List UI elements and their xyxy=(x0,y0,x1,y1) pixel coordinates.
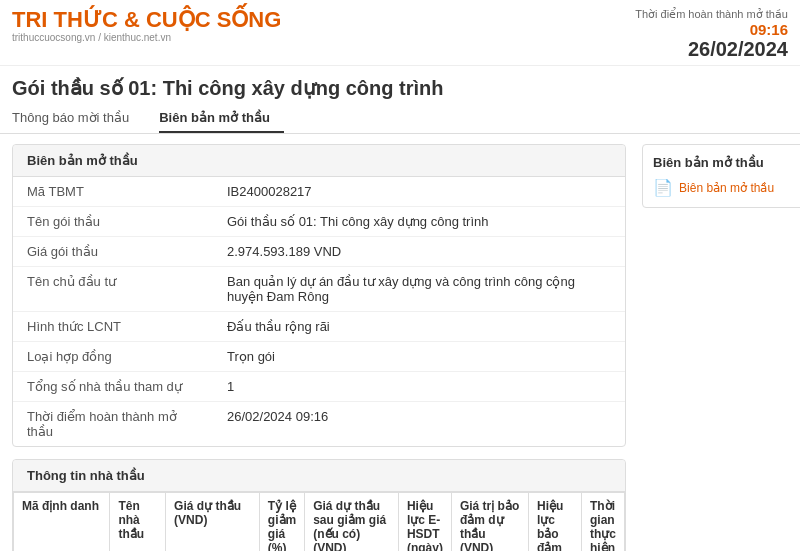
info-row: Tổng số nhà thầu tham dự 1 xyxy=(13,372,625,402)
info-label: Mã TBMT xyxy=(13,177,213,207)
info-row: Hình thức LCNT Đấu thầu rộng rãi xyxy=(13,312,625,342)
bbmt-link[interactable]: Biên bản mở thầu xyxy=(679,181,798,195)
info-label: Giá gói thầu xyxy=(13,237,213,267)
contractor-col-header: Tên nhà thầu xyxy=(110,493,166,552)
info-section: Biên bản mở thầu Mã TBMT IB2400028217 Tê… xyxy=(12,144,626,447)
right-panel: Biên bản mở thầu 📄 Biên bản mở thầu ↓ xyxy=(642,144,800,551)
page-title: Gói thầu số 01: Thi công xây dựng công t… xyxy=(0,66,800,104)
info-row: Giá gói thầu 2.974.593.189 VND xyxy=(13,237,625,267)
bbmt-box-title: Biên bản mở thầu xyxy=(653,155,800,170)
contractor-col-header: Giá dự thầu sau giảm giá (nếu có) (VND) xyxy=(305,493,399,552)
contractor-col-header: Tỷ lệ giảm giá (%) xyxy=(259,493,304,552)
contractor-col-header: Giá trị bảo đảm dự thầu (VND) xyxy=(451,493,528,552)
time-label: Thời điểm hoàn thành mở thầu xyxy=(608,8,788,21)
bbmt-file: 📄 Biên bản mở thầu ↓ xyxy=(653,178,800,197)
logo-text1: TRI THỨC xyxy=(12,7,118,32)
info-row: Mã TBMT IB2400028217 xyxy=(13,177,625,207)
contractor-col-header: Thời gian thực hiện gói thầu xyxy=(582,493,625,552)
date-value: 26/02/2024 xyxy=(608,38,788,61)
info-row: Tên chủ đầu tư Ban quản lý dự án đầu tư … xyxy=(13,267,625,312)
info-value: Ban quản lý dự án đầu tư xây dựng và côn… xyxy=(213,267,625,312)
logo-area: TRI THỨC & CUỘC SỐNG trithuccuocsong.vn … xyxy=(12,8,608,43)
info-value: IB2400028217 xyxy=(213,177,625,207)
pdf-icon: 📄 xyxy=(653,178,673,197)
contractor-table: Mã định danhTên nhà thầuGiá dự thầu (VND… xyxy=(13,492,625,551)
logo-ampersand: & xyxy=(124,7,146,32)
info-table: Mã TBMT IB2400028217 Tên gói thầu Gói th… xyxy=(13,177,625,446)
tabs: Thông báo mời thầu Biên bản mở thầu xyxy=(0,104,800,134)
contractor-col-header: Giá dự thầu (VND) xyxy=(166,493,260,552)
info-value: Gói thầu số 01: Thi công xây dựng công t… xyxy=(213,207,625,237)
header-right: Thời điểm hoàn thành mở thầu 09:16 26/02… xyxy=(608,8,788,61)
info-label: Hình thức LCNT xyxy=(13,312,213,342)
contractor-section-title: Thông tin nhà thầu xyxy=(13,460,625,492)
contractor-section: Thông tin nhà thầu Mã định danhTên nhà t… xyxy=(12,459,626,551)
info-section-title: Biên bản mở thầu xyxy=(13,145,625,177)
logo-subtitle: trithuccuocsong.vn / kienthuc.net.vn xyxy=(12,32,608,43)
logo-title: TRI THỨC & CUỘC SỐNG xyxy=(12,8,608,32)
contractor-col-header: Hiệu lực bảo đảm dự thầu (ngày) xyxy=(529,493,582,552)
info-label: Tổng số nhà thầu tham dự xyxy=(13,372,213,402)
info-value: 1 xyxy=(213,372,625,402)
info-value: 2.974.593.189 VND xyxy=(213,237,625,267)
logo-text2: CUỘC SỐNG xyxy=(146,7,281,32)
info-value: Trọn gói xyxy=(213,342,625,372)
info-label: Thời điểm hoàn thành mở thầu xyxy=(13,402,213,447)
time-value: 09:16 xyxy=(608,21,788,38)
left-panel: Biên bản mở thầu Mã TBMT IB2400028217 Tê… xyxy=(12,144,626,551)
info-label: Tên chủ đầu tư xyxy=(13,267,213,312)
main-content: Biên bản mở thầu Mã TBMT IB2400028217 Tê… xyxy=(0,144,800,551)
info-value: Đấu thầu rộng rãi xyxy=(213,312,625,342)
info-row: Loại hợp đồng Trọn gói xyxy=(13,342,625,372)
contractor-col-header: Mã định danh xyxy=(14,493,110,552)
contractor-col-header: Hiệu lực E-HSDT (ngày) xyxy=(398,493,451,552)
info-value: 26/02/2024 09:16 xyxy=(213,402,625,447)
info-row: Tên gói thầu Gói thầu số 01: Thi công xâ… xyxy=(13,207,625,237)
bbmt-box: Biên bản mở thầu 📄 Biên bản mở thầu ↓ xyxy=(642,144,800,208)
tab-thong-bao[interactable]: Thông báo mời thầu xyxy=(12,104,143,133)
info-label: Tên gói thầu xyxy=(13,207,213,237)
info-row: Thời điểm hoàn thành mở thầu 26/02/2024 … xyxy=(13,402,625,447)
header: TRI THỨC & CUỘC SỐNG trithuccuocsong.vn … xyxy=(0,0,800,66)
tab-bien-ban[interactable]: Biên bản mở thầu xyxy=(159,104,284,133)
info-label: Loại hợp đồng xyxy=(13,342,213,372)
